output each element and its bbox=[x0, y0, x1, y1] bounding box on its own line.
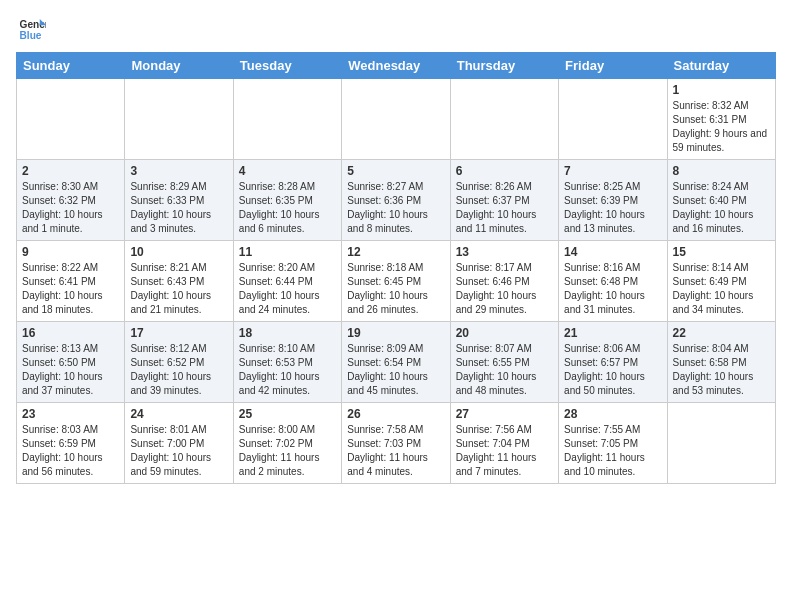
calendar-cell: 2Sunrise: 8:30 AM Sunset: 6:32 PM Daylig… bbox=[17, 160, 125, 241]
col-header-tuesday: Tuesday bbox=[233, 53, 341, 79]
day-number: 19 bbox=[347, 326, 444, 340]
day-info: Sunrise: 8:16 AM Sunset: 6:48 PM Dayligh… bbox=[564, 261, 661, 317]
svg-text:Blue: Blue bbox=[20, 30, 42, 41]
calendar-cell: 27Sunrise: 7:56 AM Sunset: 7:04 PM Dayli… bbox=[450, 403, 558, 484]
day-info: Sunrise: 8:06 AM Sunset: 6:57 PM Dayligh… bbox=[564, 342, 661, 398]
day-info: Sunrise: 8:01 AM Sunset: 7:00 PM Dayligh… bbox=[130, 423, 227, 479]
day-info: Sunrise: 8:30 AM Sunset: 6:32 PM Dayligh… bbox=[22, 180, 119, 236]
day-info: Sunrise: 8:03 AM Sunset: 6:59 PM Dayligh… bbox=[22, 423, 119, 479]
calendar-cell: 11Sunrise: 8:20 AM Sunset: 6:44 PM Dayli… bbox=[233, 241, 341, 322]
day-info: Sunrise: 7:58 AM Sunset: 7:03 PM Dayligh… bbox=[347, 423, 444, 479]
day-number: 9 bbox=[22, 245, 119, 259]
day-number: 4 bbox=[239, 164, 336, 178]
day-number: 2 bbox=[22, 164, 119, 178]
day-info: Sunrise: 8:21 AM Sunset: 6:43 PM Dayligh… bbox=[130, 261, 227, 317]
calendar-cell: 4Sunrise: 8:28 AM Sunset: 6:35 PM Daylig… bbox=[233, 160, 341, 241]
day-number: 23 bbox=[22, 407, 119, 421]
day-number: 17 bbox=[130, 326, 227, 340]
day-number: 18 bbox=[239, 326, 336, 340]
day-info: Sunrise: 7:55 AM Sunset: 7:05 PM Dayligh… bbox=[564, 423, 661, 479]
calendar-cell: 17Sunrise: 8:12 AM Sunset: 6:52 PM Dayli… bbox=[125, 322, 233, 403]
day-number: 13 bbox=[456, 245, 553, 259]
calendar-cell: 28Sunrise: 7:55 AM Sunset: 7:05 PM Dayli… bbox=[559, 403, 667, 484]
day-info: Sunrise: 8:32 AM Sunset: 6:31 PM Dayligh… bbox=[673, 99, 770, 155]
day-number: 1 bbox=[673, 83, 770, 97]
calendar-cell: 20Sunrise: 8:07 AM Sunset: 6:55 PM Dayli… bbox=[450, 322, 558, 403]
day-info: Sunrise: 8:22 AM Sunset: 6:41 PM Dayligh… bbox=[22, 261, 119, 317]
calendar-cell: 23Sunrise: 8:03 AM Sunset: 6:59 PM Dayli… bbox=[17, 403, 125, 484]
calendar-cell: 21Sunrise: 8:06 AM Sunset: 6:57 PM Dayli… bbox=[559, 322, 667, 403]
day-info: Sunrise: 8:12 AM Sunset: 6:52 PM Dayligh… bbox=[130, 342, 227, 398]
day-number: 10 bbox=[130, 245, 227, 259]
calendar-table: SundayMondayTuesdayWednesdayThursdayFrid… bbox=[16, 52, 776, 484]
calendar-cell bbox=[559, 79, 667, 160]
day-info: Sunrise: 8:14 AM Sunset: 6:49 PM Dayligh… bbox=[673, 261, 770, 317]
calendar-cell bbox=[450, 79, 558, 160]
calendar-cell: 3Sunrise: 8:29 AM Sunset: 6:33 PM Daylig… bbox=[125, 160, 233, 241]
col-header-monday: Monday bbox=[125, 53, 233, 79]
day-number: 5 bbox=[347, 164, 444, 178]
day-number: 27 bbox=[456, 407, 553, 421]
calendar-cell: 9Sunrise: 8:22 AM Sunset: 6:41 PM Daylig… bbox=[17, 241, 125, 322]
day-number: 6 bbox=[456, 164, 553, 178]
calendar-cell: 5Sunrise: 8:27 AM Sunset: 6:36 PM Daylig… bbox=[342, 160, 450, 241]
calendar-cell bbox=[125, 79, 233, 160]
day-number: 21 bbox=[564, 326, 661, 340]
day-info: Sunrise: 8:24 AM Sunset: 6:40 PM Dayligh… bbox=[673, 180, 770, 236]
calendar-cell bbox=[342, 79, 450, 160]
calendar-cell: 1Sunrise: 8:32 AM Sunset: 6:31 PM Daylig… bbox=[667, 79, 775, 160]
calendar-cell bbox=[17, 79, 125, 160]
day-number: 7 bbox=[564, 164, 661, 178]
calendar-cell: 14Sunrise: 8:16 AM Sunset: 6:48 PM Dayli… bbox=[559, 241, 667, 322]
day-number: 15 bbox=[673, 245, 770, 259]
calendar-cell: 19Sunrise: 8:09 AM Sunset: 6:54 PM Dayli… bbox=[342, 322, 450, 403]
calendar-cell: 18Sunrise: 8:10 AM Sunset: 6:53 PM Dayli… bbox=[233, 322, 341, 403]
calendar-cell: 12Sunrise: 8:18 AM Sunset: 6:45 PM Dayli… bbox=[342, 241, 450, 322]
calendar-cell: 13Sunrise: 8:17 AM Sunset: 6:46 PM Dayli… bbox=[450, 241, 558, 322]
col-header-friday: Friday bbox=[559, 53, 667, 79]
day-info: Sunrise: 8:10 AM Sunset: 6:53 PM Dayligh… bbox=[239, 342, 336, 398]
day-info: Sunrise: 8:25 AM Sunset: 6:39 PM Dayligh… bbox=[564, 180, 661, 236]
day-number: 8 bbox=[673, 164, 770, 178]
calendar-cell: 7Sunrise: 8:25 AM Sunset: 6:39 PM Daylig… bbox=[559, 160, 667, 241]
day-number: 25 bbox=[239, 407, 336, 421]
day-number: 11 bbox=[239, 245, 336, 259]
day-number: 28 bbox=[564, 407, 661, 421]
day-info: Sunrise: 8:13 AM Sunset: 6:50 PM Dayligh… bbox=[22, 342, 119, 398]
day-number: 20 bbox=[456, 326, 553, 340]
logo: General Blue bbox=[16, 16, 50, 48]
col-header-wednesday: Wednesday bbox=[342, 53, 450, 79]
day-info: Sunrise: 8:17 AM Sunset: 6:46 PM Dayligh… bbox=[456, 261, 553, 317]
day-info: Sunrise: 8:20 AM Sunset: 6:44 PM Dayligh… bbox=[239, 261, 336, 317]
day-info: Sunrise: 8:29 AM Sunset: 6:33 PM Dayligh… bbox=[130, 180, 227, 236]
day-number: 16 bbox=[22, 326, 119, 340]
col-header-thursday: Thursday bbox=[450, 53, 558, 79]
day-info: Sunrise: 8:09 AM Sunset: 6:54 PM Dayligh… bbox=[347, 342, 444, 398]
col-header-saturday: Saturday bbox=[667, 53, 775, 79]
calendar-cell bbox=[233, 79, 341, 160]
day-info: Sunrise: 8:28 AM Sunset: 6:35 PM Dayligh… bbox=[239, 180, 336, 236]
calendar-cell: 22Sunrise: 8:04 AM Sunset: 6:58 PM Dayli… bbox=[667, 322, 775, 403]
day-info: Sunrise: 8:26 AM Sunset: 6:37 PM Dayligh… bbox=[456, 180, 553, 236]
calendar-cell bbox=[667, 403, 775, 484]
day-info: Sunrise: 8:27 AM Sunset: 6:36 PM Dayligh… bbox=[347, 180, 444, 236]
calendar-cell: 6Sunrise: 8:26 AM Sunset: 6:37 PM Daylig… bbox=[450, 160, 558, 241]
calendar-cell: 10Sunrise: 8:21 AM Sunset: 6:43 PM Dayli… bbox=[125, 241, 233, 322]
day-info: Sunrise: 7:56 AM Sunset: 7:04 PM Dayligh… bbox=[456, 423, 553, 479]
calendar-cell: 26Sunrise: 7:58 AM Sunset: 7:03 PM Dayli… bbox=[342, 403, 450, 484]
calendar-cell: 8Sunrise: 8:24 AM Sunset: 6:40 PM Daylig… bbox=[667, 160, 775, 241]
day-number: 22 bbox=[673, 326, 770, 340]
calendar-cell: 15Sunrise: 8:14 AM Sunset: 6:49 PM Dayli… bbox=[667, 241, 775, 322]
day-number: 14 bbox=[564, 245, 661, 259]
calendar-cell: 25Sunrise: 8:00 AM Sunset: 7:02 PM Dayli… bbox=[233, 403, 341, 484]
col-header-sunday: Sunday bbox=[17, 53, 125, 79]
day-number: 3 bbox=[130, 164, 227, 178]
day-info: Sunrise: 8:00 AM Sunset: 7:02 PM Dayligh… bbox=[239, 423, 336, 479]
day-number: 12 bbox=[347, 245, 444, 259]
calendar-cell: 24Sunrise: 8:01 AM Sunset: 7:00 PM Dayli… bbox=[125, 403, 233, 484]
day-info: Sunrise: 8:18 AM Sunset: 6:45 PM Dayligh… bbox=[347, 261, 444, 317]
calendar-cell: 16Sunrise: 8:13 AM Sunset: 6:50 PM Dayli… bbox=[17, 322, 125, 403]
day-number: 24 bbox=[130, 407, 227, 421]
day-number: 26 bbox=[347, 407, 444, 421]
day-info: Sunrise: 8:04 AM Sunset: 6:58 PM Dayligh… bbox=[673, 342, 770, 398]
